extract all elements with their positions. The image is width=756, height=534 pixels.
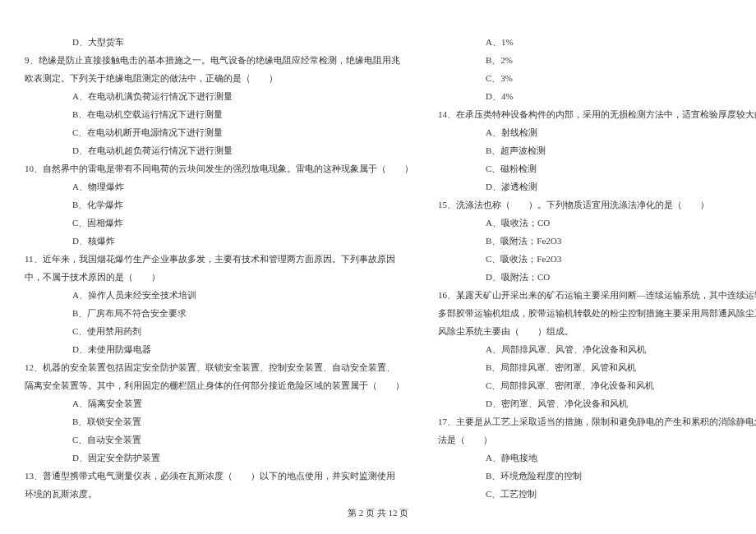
page-container: D、大型货车9、绝缘是防止直接接触电击的基本措施之一。电气设备的绝缘电阻应经常检… [0,0,756,519]
left-line-11: D、核爆炸 [25,232,413,250]
left-line-2: 欧表测定。下列关于绝缘电阻测定的做法中，正确的是（ ） [25,69,413,87]
right-line-7: C、磁粉检测 [438,159,756,177]
right-line-14: 16、某露天矿山开采出来的矿石运输主要采用间断—连续运输系统，其中连续运输系统主… [438,286,756,304]
left-line-16: C、使用禁用药剂 [25,322,413,340]
left-line-15: B、厂房布局不符合安全要求 [25,304,413,322]
right-line-2: C、3% [438,69,756,87]
right-line-0: A、1% [438,33,756,51]
left-line-0: D、大型货车 [25,33,413,51]
right-line-23: A、静电接地 [438,449,756,467]
right-column: A、1%B、2%C、3%D、4%14、在承压类特种设备构件的内部，采用的无损检测… [438,33,756,503]
left-column: D、大型货车9、绝缘是防止直接接触电击的基本措施之一。电气设备的绝缘电阻应经常检… [25,33,413,503]
right-line-3: D、4% [438,87,756,105]
right-line-18: B、局部排风罩、密闭罩、风管和风机 [438,358,756,376]
left-line-13: 中，不属于技术原因的是（ ） [25,268,413,286]
right-line-17: A、局部排风罩、风管、净化设备和风机 [438,340,756,358]
right-line-15: 多部胶带运输机组成，胶带运输机转载处的粉尘控制措施主要采用局部通风除尘系统。局部… [438,304,756,322]
right-line-21: 17、主要是从工艺上采取适当的措施，限制和避免静电的产生和累积的消除静电危害的重… [438,412,756,430]
left-line-12: 11、近年来，我国烟花爆竹生产企业事故多发，主要有技术和管理两方面原因。下列事故… [25,250,413,268]
right-line-24: B、环境危险程度的控制 [438,467,756,485]
right-line-25: C、工艺控制 [438,485,756,503]
right-line-16: 风除尘系统主要由（ ）组成。 [438,322,756,340]
left-line-23: D、固定安全防护装置 [25,449,413,467]
left-line-7: 10、自然界中的雷电是带有不同电荷的云块间发生的强烈放电现象。雷电的这种现象属于… [25,159,413,177]
right-line-4: 14、在承压类特种设备构件的内部，采用的无损检测方法中，适宜检验厚度较大的工件是… [438,105,756,123]
right-line-10: A、吸收法；CO [438,214,756,232]
right-line-12: C、吸收法；Fe2O3 [438,250,756,268]
right-line-9: 15、洗涤法也称（ ）。下列物质适宜用洗涤法净化的是（ ） [438,196,756,214]
left-line-21: B、联锁安全装置 [25,412,413,430]
right-line-6: B、超声波检测 [438,141,756,159]
left-line-3: A、在电动机满负荷运行情况下进行测量 [25,87,413,105]
left-line-10: C、固相爆炸 [25,214,413,232]
left-line-20: A、隔离安全装置 [25,394,413,412]
left-line-9: B、化学爆炸 [25,196,413,214]
left-line-14: A、操作人员未经安全技术培训 [25,286,413,304]
right-line-8: D、渗透检测 [438,177,756,196]
right-line-13: D、吸附法；CO [438,268,756,286]
left-line-6: D、在电动机超负荷运行情况下进行测量 [25,141,413,159]
right-line-19: C、局部排风罩、密闭罩、净化设备和风机 [438,376,756,394]
left-line-1: 9、绝缘是防止直接接触电击的基本措施之一。电气设备的绝缘电阻应经常检测，绝缘电阻… [25,51,413,69]
right-line-1: B、2% [438,51,756,69]
left-line-18: 12、机器的安全装置包括固定安全防护装置、联锁安全装置、控制安全装置、自动安全装… [25,358,413,376]
left-line-22: C、自动安全装置 [25,430,413,449]
right-line-5: A、射线检测 [438,123,756,141]
right-line-11: B、吸附法；Fe2O3 [438,232,756,250]
right-line-20: D、密闭罩、风管、净化设备和风机 [438,394,756,412]
left-line-5: C、在电动机断开电源情况下进行测量 [25,123,413,141]
left-line-25: 环境的瓦斯浓度。 [25,485,413,503]
page-footer: 第 2 页 共 12 页 [0,507,756,519]
right-line-22: 法是（ ） [438,430,756,449]
left-line-19: 隔离安全装置等。其中，利用固定的栅栏阻止身体的任何部分接近危险区域的装置属于（ … [25,376,413,394]
left-line-24: 13、普通型携带式电气测量仪表，必须在瓦斯浓度（ ）以下的地点使用，并实时监测使… [25,467,413,485]
left-line-8: A、物理爆炸 [25,177,413,196]
left-line-4: B、在电动机空载运行情况下进行测量 [25,105,413,123]
left-line-17: D、未使用防爆电器 [25,340,413,358]
